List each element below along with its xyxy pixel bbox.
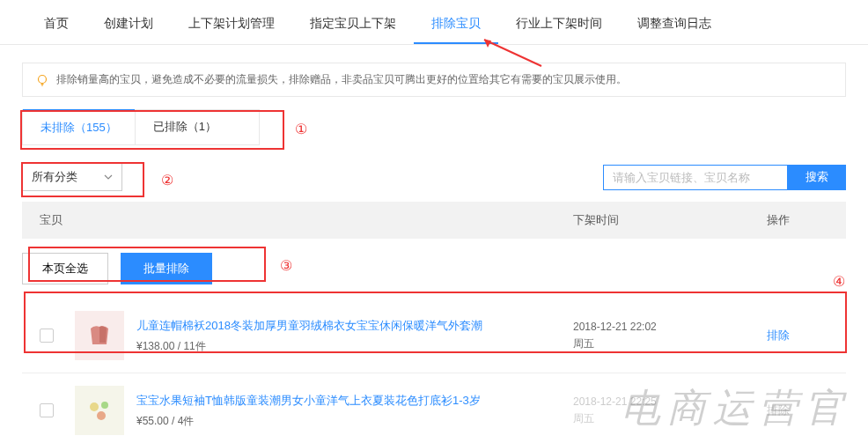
product-time: 2018-12-21 22:02 周五: [573, 319, 767, 352]
tab-unexcluded[interactable]: 未排除（155）: [23, 109, 135, 144]
svg-point-0: [39, 75, 47, 83]
product-time: 2018-12-21 22:25 周五: [573, 394, 767, 427]
batch-row: 本页全选 批量排除: [22, 253, 846, 284]
svg-point-3: [90, 402, 99, 411]
nav-exclude[interactable]: 排除宝贝: [414, 9, 498, 44]
chevron-down-icon: [104, 174, 113, 180]
table-header: 宝贝 下架时间 操作: [22, 202, 846, 239]
row-checkbox[interactable]: [40, 329, 54, 343]
exclude-link[interactable]: 排除: [767, 403, 790, 417]
tip-bar: 排除销量高的宝贝，避免造成不必要的流量损失，排除赠品，非卖品宝贝可腾出更好的位置…: [22, 63, 846, 97]
table-row: 儿童连帽棉袄2018冬装加厚男童羽绒棉衣女宝宝休闲保暖洋气外套潮 ¥138.00…: [22, 299, 846, 373]
exclude-link[interactable]: 排除: [767, 329, 790, 342]
top-nav: 首页 创建计划 上下架计划管理 指定宝贝上下架 排除宝贝 行业上下架时间 调整查…: [0, 0, 868, 45]
nav-log[interactable]: 调整查询日志: [620, 9, 729, 44]
nav-create-plan[interactable]: 创建计划: [86, 9, 171, 44]
search-group: 搜索: [603, 165, 846, 190]
search-button[interactable]: 搜索: [788, 165, 846, 190]
table-row: 宝宝水果短袖T恤韩版童装潮男女小童洋气上衣夏装花色打底衫1-3岁 ¥55.00 …: [22, 373, 846, 443]
product-thumb: [75, 386, 124, 435]
nav-plan-manage[interactable]: 上下架计划管理: [171, 9, 292, 44]
category-select[interactable]: 所有分类: [22, 163, 122, 191]
select-all-button[interactable]: 本页全选: [22, 253, 108, 284]
tip-text: 排除销量高的宝贝，避免造成不必要的流量损失，排除赠品，非卖品宝贝可腾出更好的位置…: [56, 72, 627, 87]
col-item: 宝贝: [40, 212, 573, 228]
bulb-icon: [35, 73, 49, 87]
nav-specify[interactable]: 指定宝贝上下架: [292, 9, 414, 44]
svg-point-4: [101, 402, 108, 409]
product-title-link[interactable]: 儿童连帽棉袄2018冬装加厚男童羽绒棉衣女宝宝休闲保暖洋气外套潮: [136, 318, 573, 334]
product-thumb: [75, 311, 124, 360]
product-price: ¥138.00 / 11件: [136, 339, 573, 354]
category-label: 所有分类: [32, 169, 77, 185]
batch-exclude-button[interactable]: 批量排除: [121, 253, 212, 284]
nav-home[interactable]: 首页: [26, 9, 86, 44]
tab-excluded[interactable]: 已排除（1）: [135, 110, 234, 144]
nav-industry-time[interactable]: 行业上下架时间: [498, 9, 620, 44]
row-checkbox[interactable]: [40, 403, 54, 417]
exclude-tabs: 未排除（155） 已排除（1）: [22, 109, 260, 145]
col-op: 操作: [767, 212, 828, 228]
col-time: 下架时间: [573, 212, 767, 228]
product-title-link[interactable]: 宝宝水果短袖T恤韩版童装潮男女小童洋气上衣夏装花色打底衫1-3岁: [136, 393, 573, 409]
svg-point-5: [97, 411, 106, 420]
search-input[interactable]: [603, 165, 788, 190]
product-price: ¥55.00 / 4件: [136, 414, 573, 429]
